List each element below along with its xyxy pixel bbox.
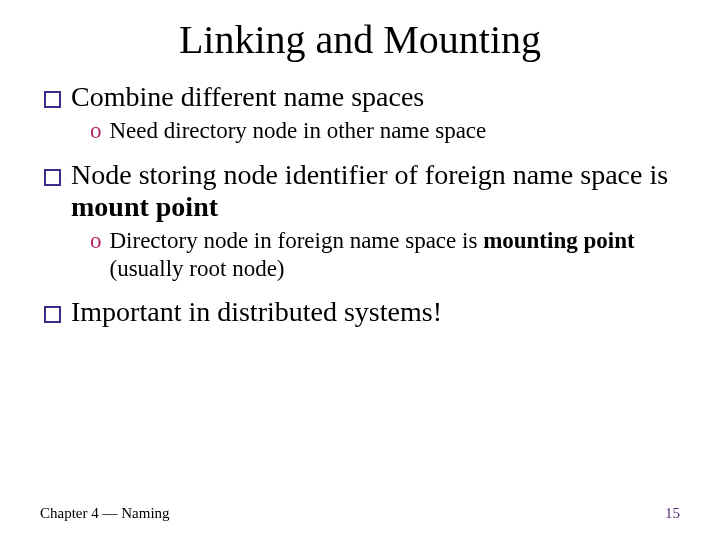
subbullet-need-directory: o Need directory node in other name spac… xyxy=(90,117,680,145)
footer: Chapter 4 — Naming 15 xyxy=(40,505,680,522)
bullet-text: Node storing node identifier of foreign … xyxy=(71,159,680,223)
subbullet-text: Need directory node in other name space xyxy=(110,117,681,145)
text-bold: mount point xyxy=(71,191,218,222)
text-bold: mounting point xyxy=(483,228,634,253)
square-bullet-icon xyxy=(44,91,61,108)
circle-bullet-icon: o xyxy=(90,117,102,145)
bullet-important: Important in distributed systems! xyxy=(44,296,680,328)
slide: Linking and Mounting Combine different n… xyxy=(0,0,720,540)
bullet-combine: Combine different name spaces xyxy=(44,81,680,113)
circle-bullet-icon: o xyxy=(90,227,102,255)
bullet-text: Combine different name spaces xyxy=(71,81,680,113)
footer-chapter: Chapter 4 — Naming xyxy=(40,505,170,522)
square-bullet-icon xyxy=(44,169,61,186)
text-pre: Node storing node identifier of foreign … xyxy=(71,159,668,190)
subbullet-text: Directory node in foreign name space is … xyxy=(110,227,681,282)
bullet-text: Important in distributed systems! xyxy=(71,296,680,328)
subbullet-mounting-point: o Directory node in foreign name space i… xyxy=(90,227,680,282)
slide-title: Linking and Mounting xyxy=(40,16,680,63)
bullet-mount-point: Node storing node identifier of foreign … xyxy=(44,159,680,223)
square-bullet-icon xyxy=(44,306,61,323)
text-pre: Directory node in foreign name space is xyxy=(110,228,484,253)
page-number: 15 xyxy=(665,505,680,522)
text-post: (usually root node) xyxy=(110,256,285,281)
